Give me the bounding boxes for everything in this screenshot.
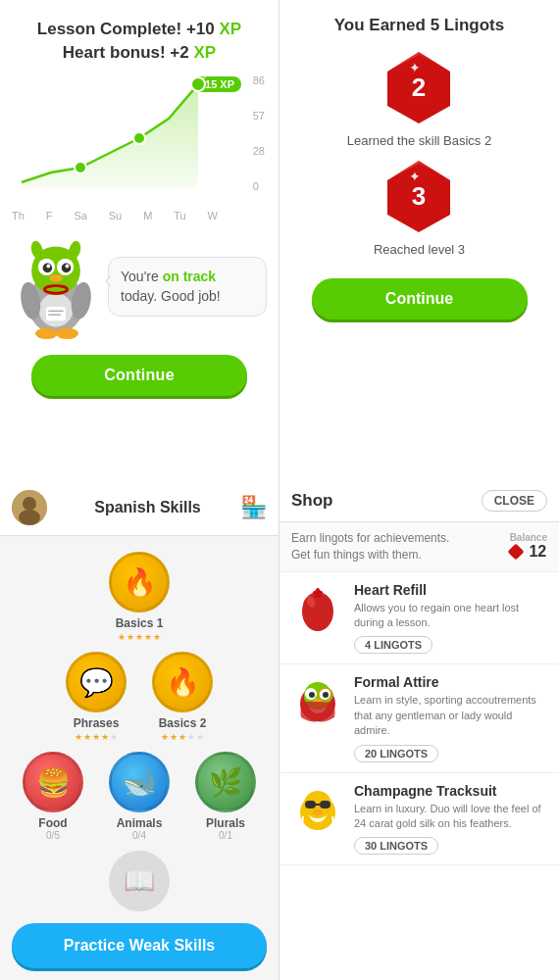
skill-circle-animals: 🐋 bbox=[109, 752, 170, 812]
shop-close-button[interactable]: CLOSE bbox=[482, 490, 547, 512]
svg-point-61 bbox=[313, 809, 323, 815]
svg-point-38 bbox=[23, 497, 36, 511]
lingot-gem-2: 3 ✦ Reached level 3 bbox=[374, 156, 465, 257]
lesson-title: Lesson Complete! +10 XP Heart bonus! +2 … bbox=[37, 18, 241, 65]
skill-circle-phrases: 💬 bbox=[66, 652, 127, 712]
skill-item-plurals[interactable]: 🌿 Plurals 0/1 bbox=[190, 752, 261, 841]
formal-attire-info: Formal Attire Learn in style, sporting a… bbox=[354, 674, 547, 761]
right-continue-button[interactable]: Continue bbox=[312, 278, 528, 319]
skill-item-food[interactable]: 🍔 Food 0/5 bbox=[18, 752, 88, 841]
balance-area: Balance 12 bbox=[510, 532, 547, 561]
skill-circle-basics2: 🔥 bbox=[152, 652, 213, 712]
formal-attire-desc: Learn in style, sporting accoutrements t… bbox=[354, 693, 547, 738]
skill-name-basics2: Basics 2 bbox=[159, 716, 207, 730]
skill-row-4: 📖 bbox=[104, 851, 175, 911]
svg-rect-45 bbox=[313, 591, 323, 595]
skill-row-2: 💬 Phrases ★★★★★ 🔥 Basics 2 ★★★★★ bbox=[61, 652, 218, 742]
skill-item-basics1[interactable]: 🔥 Basics 1 ★★★★★ bbox=[104, 552, 175, 642]
heart-refill-info: Heart Refill Allows you to regain one he… bbox=[354, 582, 547, 655]
shop-panel: Shop CLOSE Earn lingots for achievements… bbox=[280, 480, 559, 980]
svg-text:✓: ✓ bbox=[83, 156, 91, 166]
svg-text:2: 2 bbox=[412, 73, 426, 102]
skill-item-basics2[interactable]: 🔥 Basics 2 ★★★★★ bbox=[147, 652, 218, 742]
formal-attire-icon bbox=[291, 674, 344, 727]
earned-title: You Earned 5 Lingots bbox=[334, 16, 504, 35]
svg-marker-0 bbox=[22, 84, 198, 187]
shop-icon[interactable]: 🏪 bbox=[240, 495, 267, 520]
mascot-area: You're on track today. Good job! bbox=[12, 233, 267, 341]
skill-stars-basics1: ★★★★★ bbox=[118, 632, 161, 642]
skills-panel: Spanish Skills 🏪 🔥 Basics 1 ★★★★★ 💬 Phra… bbox=[0, 480, 280, 980]
shop-item-heart-refill[interactable]: Heart Refill Allows you to regain one he… bbox=[280, 572, 559, 665]
practice-weak-skills-button[interactable]: Practice Weak Skills bbox=[12, 923, 267, 968]
skill-name-food: Food bbox=[38, 816, 67, 830]
skills-header: Spanish Skills 🏪 bbox=[0, 480, 279, 536]
skill-circle-basics1: 🔥 bbox=[109, 552, 170, 612]
skill-name-basics1: Basics 1 bbox=[116, 616, 164, 630]
svg-point-16 bbox=[49, 274, 62, 282]
heart-refill-cost[interactable]: 4 LINGOTS bbox=[354, 636, 432, 654]
gem-2-caption: Reached level 3 bbox=[374, 242, 465, 257]
skill-row-3: 🍔 Food 0/5 🐋 Animals 0/4 🌿 Plurals 0/1 bbox=[18, 752, 261, 841]
skill-item-animals[interactable]: 🐋 Animals 0/4 bbox=[104, 752, 175, 841]
svg-point-39 bbox=[19, 510, 40, 525]
balance-count: 12 bbox=[510, 543, 546, 561]
svg-point-51 bbox=[309, 692, 315, 698]
champagne-tracksuit-icon bbox=[291, 783, 344, 836]
lingot-gem-1: 2 ✦ Learned the skill Basics 2 bbox=[347, 47, 491, 148]
champagne-tracksuit-cost[interactable]: 30 LINGOTS bbox=[354, 837, 438, 855]
skill-item-phrases[interactable]: 💬 Phrases ★★★★★ bbox=[61, 652, 131, 742]
skill-stars-basics2: ★★★★★ bbox=[161, 732, 204, 742]
svg-text:✓: ✓ bbox=[142, 126, 150, 136]
shop-header: Shop CLOSE bbox=[280, 480, 559, 522]
heart-refill-desc: Allows you to regain one heart lost duri… bbox=[354, 601, 547, 631]
shop-intro-text: Earn lingots for achievements.Get fun th… bbox=[291, 530, 449, 564]
skill-item-locked: 📖 bbox=[104, 851, 175, 911]
svg-point-14 bbox=[46, 264, 50, 268]
heart-refill-icon bbox=[291, 582, 344, 635]
lesson-complete-panel: Lesson Complete! +10 XP Heart bonus! +2 … bbox=[0, 0, 280, 480]
skill-sub-plurals: 0/1 bbox=[219, 830, 232, 841]
svg-rect-58 bbox=[305, 801, 316, 808]
skills-panel-title: Spanish Skills bbox=[55, 499, 240, 516]
skill-sub-food: 0/5 bbox=[46, 830, 60, 841]
svg-rect-59 bbox=[320, 801, 330, 808]
heart-refill-name: Heart Refill bbox=[354, 582, 547, 598]
balance-label: Balance bbox=[510, 532, 547, 543]
skill-name-phrases: Phrases bbox=[74, 716, 120, 730]
svg-text:✦: ✦ bbox=[409, 169, 421, 184]
svg-point-21 bbox=[35, 327, 58, 338]
shop-item-formal-attire[interactable]: Formal Attire Learn in style, sporting a… bbox=[280, 664, 559, 772]
skill-name-plurals: Plurals bbox=[206, 816, 245, 830]
champagne-tracksuit-info: Champagne Tracksuit Learn in luxury. Duo… bbox=[354, 783, 547, 856]
svg-point-22 bbox=[56, 327, 78, 338]
chart-x-labels: ThFSaSuMTuW bbox=[12, 210, 218, 221]
gem-1-caption: Learned the skill Basics 2 bbox=[347, 133, 491, 148]
skill-stars-phrases: ★★★★★ bbox=[75, 732, 118, 742]
skill-row-1: 🔥 Basics 1 ★★★★★ bbox=[104, 552, 175, 642]
svg-text:3: 3 bbox=[412, 181, 426, 211]
champagne-tracksuit-desc: Learn in luxury. Duo will love the feel … bbox=[354, 802, 547, 832]
skills-content: 🔥 Basics 1 ★★★★★ 💬 Phrases ★★★★★ bbox=[0, 536, 279, 980]
svg-text:✓: ✓ bbox=[201, 74, 209, 82]
champagne-tracksuit-name: Champagne Tracksuit bbox=[354, 783, 547, 799]
xp-chart: 115 XP ✓ bbox=[12, 74, 267, 221]
duo-mascot bbox=[12, 233, 100, 341]
svg-rect-23 bbox=[45, 306, 66, 320]
svg-point-15 bbox=[66, 264, 70, 268]
skill-circle-plurals: 🌿 bbox=[195, 752, 256, 812]
skill-name-animals: Animals bbox=[117, 816, 163, 830]
shop-item-champagne-tracksuit[interactable]: Champagne Tracksuit Learn in luxury. Duo… bbox=[280, 773, 559, 866]
formal-attire-name: Formal Attire bbox=[354, 674, 547, 690]
skill-circle-food: 🍔 bbox=[23, 752, 83, 812]
formal-attire-cost[interactable]: 20 LINGOTS bbox=[354, 745, 438, 762]
shop-items-list: Heart Refill Allows you to regain one he… bbox=[280, 572, 559, 980]
svg-text:✦: ✦ bbox=[409, 60, 421, 75]
lingots-panel: You Earned 5 Lingots 2 ✦ Learned the ski… bbox=[280, 0, 559, 480]
left-continue-button[interactable]: Continue bbox=[31, 355, 247, 396]
chart-y-labels: 86 57 28 0 bbox=[253, 74, 267, 192]
skill-circle-locked: 📖 bbox=[109, 851, 170, 911]
shop-title: Shop bbox=[291, 491, 333, 511]
shop-intro: Earn lingots for achievements.Get fun th… bbox=[280, 522, 559, 572]
speech-bubble: You're on track today. Good job! bbox=[108, 257, 267, 317]
